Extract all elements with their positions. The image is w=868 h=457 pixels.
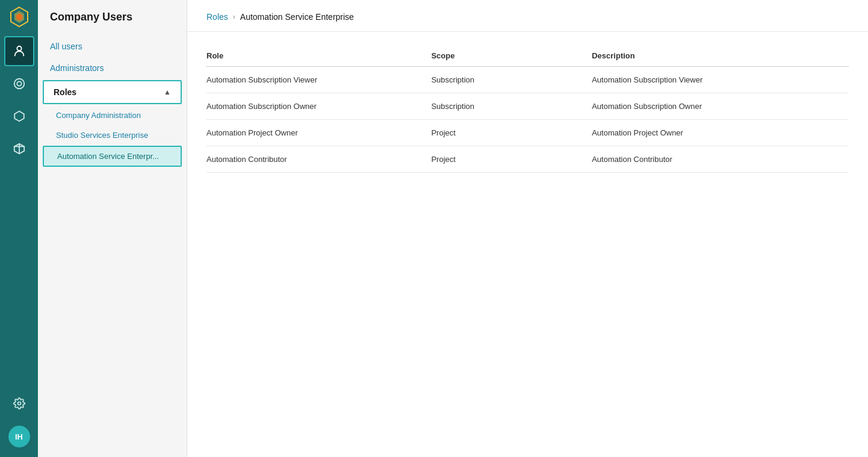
cell-description: Automation Project Owner (592, 120, 849, 146)
sidebar-roles-section[interactable]: Roles ▲ (43, 80, 182, 104)
cell-description: Automation Contributor (592, 146, 849, 173)
content-area: Role Scope Description Automation Subscr… (187, 32, 868, 457)
svg-point-5 (17, 81, 21, 85)
sidebar-sublink-studio-services[interactable]: Studio Services Enterprise (38, 125, 187, 145)
app-logo[interactable] (7, 5, 31, 29)
col-header-scope: Scope (431, 46, 592, 67)
svg-point-4 (14, 79, 24, 89)
sidebar-nav: All users Administrators Roles ▲ Company… (38, 31, 187, 172)
sidebar-subnav: Company Administration Studio Services E… (38, 105, 187, 167)
sidebar-sublink-company-admin[interactable]: Company Administration (38, 105, 187, 125)
cell-scope: Subscription (431, 93, 592, 120)
breadcrumb-separator: › (233, 13, 235, 21)
cell-role: Automation Project Owner (206, 120, 431, 146)
nav-cube-icon[interactable] (4, 134, 34, 164)
breadcrumb: Roles › Automation Service Enterprise (187, 0, 868, 32)
cell-scope: Project (431, 120, 592, 146)
cell-description: Automation Subscription Owner (592, 93, 849, 120)
settings-button[interactable] (4, 388, 34, 418)
table-container: Role Scope Description Automation Subscr… (206, 46, 849, 173)
table-row: Automation ContributorProjectAutomation … (206, 146, 849, 173)
chevron-up-icon: ▲ (164, 88, 171, 96)
user-avatar[interactable]: IH (8, 426, 30, 447)
svg-marker-6 (14, 111, 24, 122)
col-header-role: Role (206, 46, 431, 67)
table-row: Automation Subscription OwnerSubscriptio… (206, 93, 849, 120)
sidebar-header: Company Users (38, 0, 187, 31)
roles-table: Role Scope Description Automation Subscr… (206, 46, 849, 173)
breadcrumb-current: Automation Service Enterprise (240, 12, 354, 22)
cell-scope: Subscription (431, 67, 592, 93)
cell-role: Automation Subscription Owner (206, 93, 431, 120)
nav-users-icon[interactable] (4, 36, 34, 66)
sidebar-roles-label: Roles (54, 87, 76, 97)
breadcrumb-roles-link[interactable]: Roles (206, 12, 228, 22)
icon-bar-bottom: IH (4, 388, 34, 457)
svg-point-9 (17, 402, 20, 405)
svg-point-3 (17, 46, 21, 51)
nav-hexagon-icon[interactable] (4, 101, 34, 131)
sidebar-link-administrators[interactable]: Administrators (38, 57, 187, 79)
table-row: Automation Subscription ViewerSubscripti… (206, 67, 849, 93)
sidebar-sublink-automation-service[interactable]: Automation Service Enterpr... (43, 146, 182, 167)
sidebar: Company Users All users Administrators R… (38, 0, 187, 457)
cell-role: Automation Contributor (206, 146, 431, 173)
main-content: Roles › Automation Service Enterprise Ro… (187, 0, 868, 457)
cell-role: Automation Subscription Viewer (206, 67, 431, 93)
cell-description: Automation Subscription Viewer (592, 67, 849, 93)
table-row: Automation Project OwnerProjectAutomatio… (206, 120, 849, 146)
cell-scope: Project (431, 146, 592, 173)
col-header-description: Description (592, 46, 849, 67)
icon-bar: IH (0, 0, 38, 457)
sidebar-link-all-users[interactable]: All users (38, 36, 187, 57)
nav-circle-icon[interactable] (4, 69, 34, 99)
